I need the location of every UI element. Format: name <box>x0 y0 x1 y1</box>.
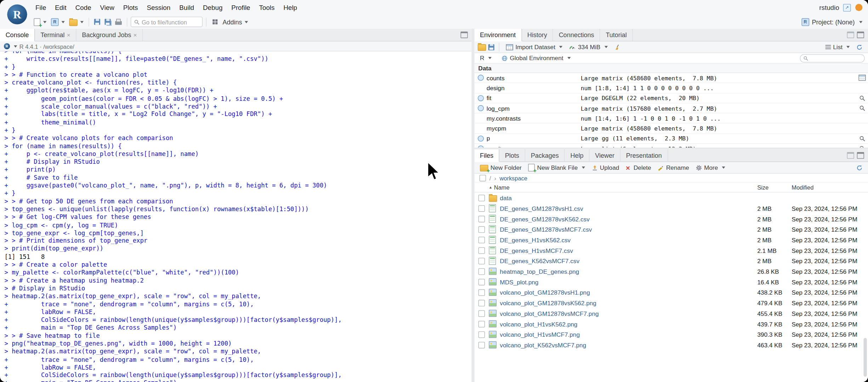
menu-code[interactable]: Code <box>71 4 96 11</box>
env-object-row[interactable]: my.contrastsnum [1:4, 1:6] 1 -1 0 0 1 0 … <box>474 114 868 124</box>
file-checkbox[interactable] <box>478 257 485 264</box>
minimize-pane-icon[interactable] <box>847 152 854 159</box>
tab-connections[interactable]: Connections <box>553 29 600 41</box>
file-link[interactable]: volcano_plot_GM12878vsMCF7.png <box>500 310 757 317</box>
open-file-button[interactable] <box>68 16 85 27</box>
file-link[interactable]: volcano_plot_H1vsK562.png <box>500 320 757 327</box>
files-rename-button[interactable]: Rename <box>656 164 691 172</box>
menu-file[interactable]: File <box>31 4 51 11</box>
file-link[interactable]: DE_genes_H1vsK562.csv <box>500 237 757 243</box>
file-link[interactable]: DE_genes_GM12878vsMCF7.csv <box>500 226 757 233</box>
env-object-row[interactable]: fitLarge DGEGLM (22 elements, 20 MB) <box>474 93 868 104</box>
new-file-button[interactable] <box>32 16 48 27</box>
menu-build[interactable]: Build <box>175 4 199 11</box>
breadcrumb-folder[interactable]: workspace <box>499 174 527 181</box>
file-link[interactable]: DE_genes_GM12878vsK562.csv <box>500 215 757 222</box>
env-object-row[interactable]: mycpmLarge matrix (458680 elements, 7.8 … <box>474 123 868 134</box>
file-checkbox[interactable] <box>478 268 485 275</box>
column-header-size[interactable]: Size <box>757 184 792 191</box>
inspect-icon[interactable] <box>859 95 865 101</box>
save-workspace-icon[interactable] <box>488 44 494 50</box>
file-link[interactable]: DE_genes_H1vsMCF7.csv <box>500 247 757 254</box>
tab-environment[interactable]: Environment <box>474 29 522 41</box>
files-more-button[interactable]: More <box>693 164 727 172</box>
tab-presentation[interactable]: Presentation <box>621 149 668 161</box>
import-dataset-button[interactable]: Import Dataset <box>504 43 565 51</box>
inspect-icon[interactable] <box>859 135 865 141</box>
file-checkbox[interactable] <box>478 310 485 317</box>
file-checkbox[interactable] <box>478 226 485 233</box>
files-upload-button[interactable]: Upload <box>589 164 621 172</box>
menu-help[interactable]: Help <box>279 4 302 11</box>
file-link[interactable]: data <box>500 195 757 201</box>
save-button[interactable] <box>92 16 102 27</box>
file-link[interactable]: heatmap_top_DE_genes.png <box>500 268 757 275</box>
menu-view[interactable]: View <box>96 4 119 11</box>
file-link[interactable]: volcano_plot_K562vsMCF7.png <box>500 342 757 348</box>
language-selector[interactable]: R <box>478 54 494 62</box>
file-checkbox[interactable] <box>478 278 485 285</box>
close-icon[interactable]: × <box>133 32 137 38</box>
file-link[interactable]: volcano_plot_H1vsMCF7.png <box>500 331 757 338</box>
menu-profile[interactable]: Profile <box>227 4 255 11</box>
file-link[interactable]: MDS_plot.png <box>500 278 757 285</box>
open-in-browser-icon[interactable]: ↗ <box>843 4 851 11</box>
file-checkbox[interactable] <box>478 237 485 243</box>
file-link[interactable]: volcano_plot_GM12878vsH1.png <box>500 289 757 296</box>
files-new-blank-file-button[interactable]: New Blank File <box>526 163 587 172</box>
tab-viewer[interactable]: Viewer <box>589 149 620 161</box>
environment-search-input[interactable] <box>800 54 865 62</box>
tab-background-jobs[interactable]: Background Jobs× <box>76 29 143 41</box>
file-checkbox[interactable] <box>478 215 485 222</box>
file-checkbox[interactable] <box>478 195 485 201</box>
file-checkbox[interactable] <box>478 300 485 306</box>
column-header-name[interactable]: ▲ Name <box>489 184 757 191</box>
inspect-icon[interactable] <box>859 105 865 111</box>
file-checkbox[interactable] <box>478 331 485 338</box>
menu-debug[interactable]: Debug <box>199 4 227 11</box>
menu-tools[interactable]: Tools <box>255 4 279 11</box>
print-button[interactable] <box>114 16 124 27</box>
tab-help[interactable]: Help <box>565 149 590 161</box>
files-new-folder-button[interactable]: New Folder <box>478 163 524 172</box>
env-object-row[interactable]: countsLarge matrix (458680 elements, 7.8… <box>474 73 868 83</box>
maximize-pane-icon[interactable] <box>461 31 468 38</box>
env-object-row[interactable]: log_cpmLarge matrix (157680 elements, 2.… <box>474 103 868 114</box>
maximize-pane-icon[interactable] <box>857 152 864 159</box>
close-icon[interactable]: × <box>67 32 70 38</box>
console-output[interactable]: > for (name in names(results)) {+ write.… <box>0 51 472 382</box>
goto-file-input[interactable]: Go to file/function <box>131 17 202 27</box>
view-table-icon[interactable] <box>858 75 866 81</box>
save-all-button[interactable] <box>103 16 113 27</box>
tab-plots[interactable]: Plots <box>499 149 525 161</box>
file-link[interactable]: DE_genes_GM12878vsH1.csv <box>500 205 757 212</box>
refresh-files-button[interactable] <box>854 164 865 171</box>
tab-console[interactable]: Console <box>0 29 35 41</box>
memory-usage-button[interactable]: 334 MiB <box>567 43 610 51</box>
clear-environment-button[interactable] <box>612 44 623 51</box>
file-link[interactable]: volcano_plot_GM12878vsK562.png <box>500 300 757 306</box>
tab-history[interactable]: History <box>522 29 553 41</box>
project-selector[interactable]: R Project: (None) <box>801 18 863 26</box>
tab-tutorial[interactable]: Tutorial <box>600 29 633 41</box>
select-all-checkbox[interactable] <box>479 174 486 181</box>
avatar[interactable] <box>855 4 862 11</box>
files-delete-button[interactable]: Delete <box>624 164 653 172</box>
chevron-down-icon[interactable] <box>14 45 17 47</box>
file-link[interactable]: DE_genes_K562vsMCF7.csv <box>500 257 757 264</box>
file-checkbox[interactable] <box>478 320 485 327</box>
tab-files[interactable]: Files <box>474 149 499 162</box>
file-checkbox[interactable] <box>478 342 485 348</box>
file-checkbox[interactable] <box>478 289 485 296</box>
maximize-pane-icon[interactable] <box>857 31 864 38</box>
menu-edit[interactable]: Edit <box>51 4 71 11</box>
new-project-button[interactable]: R <box>49 16 66 27</box>
vertical-splitter[interactable] <box>472 29 474 382</box>
file-checkbox[interactable] <box>478 205 485 212</box>
addins-button[interactable]: Addins <box>221 16 250 27</box>
tab-terminal[interactable]: Terminal× <box>35 29 76 41</box>
refresh-environment-button[interactable] <box>854 44 865 51</box>
environment-scope-selector[interactable]: Global Environment <box>499 54 572 62</box>
env-object-row[interactable]: resultsLarge list (6 elements, 13.3 MB) <box>474 144 868 148</box>
addins-grid-button[interactable] <box>210 16 220 27</box>
